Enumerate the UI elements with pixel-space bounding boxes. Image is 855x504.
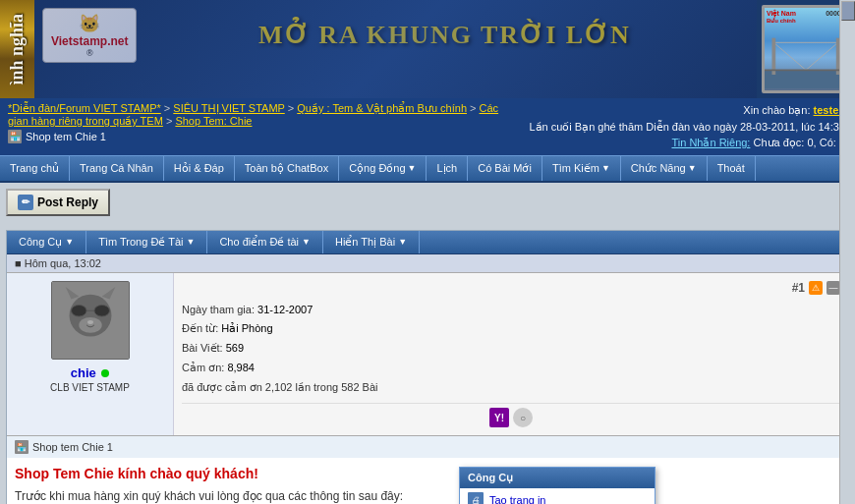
chevron-down-icon-7: ▼ [398,237,407,247]
dropdown-item-tao-trang[interactable]: 🖨 Tao trang in [460,488,655,505]
skype-icon[interactable]: ○ [513,408,533,427]
info-bar: *Diễn đàn/Forum VIET STAMP* > SIÊU THỊ V… [0,98,855,155]
chevron-down-icon: ▼ [408,163,417,173]
breadcrumb: *Diễn đàn/Forum VIET STAMP* > SIÊU THỊ V… [8,102,511,128]
stamp-decoration: Việt Nam Bưu chính 0000đ [762,5,850,93]
svg-point-12 [79,317,101,333]
post-text-area: Shop Tem Chie kính chào quý khách! Trước… [7,458,848,504]
scrollbar-vertical[interactable] [839,0,855,504]
tool-tim-trong-label: Tìm Trong Đề Tài [98,236,183,249]
shop-section-label: Shop tem Chie 1 [32,441,113,453]
nav-lich[interactable]: Lịch [427,156,468,181]
chevron-down-icon-5: ▼ [186,237,195,247]
tool-hien-thi[interactable]: Hiển Thị Bài ▼ [323,231,420,253]
greeting-label: Xin chào bạn: [743,104,810,116]
reply-icon: ✏ [18,195,33,210]
cam-on-count: 8,984 [227,362,255,373]
join-date: 31-12-2007 [257,304,313,315]
nav-tim-kiem-label: Tìm Kiếm [552,162,599,175]
left-deco-text: ình nghĩa [7,14,28,85]
post-meta: #1 ⚠ — [182,281,840,295]
cam-on-row: Cảm ơn: 8,984 [182,359,840,378]
user-avatar [51,281,130,360]
stamp-country: Việt Nam Bưu chính [767,10,796,24]
post-title: Shop Tem Chie kính chào quý khách! [15,466,840,481]
chevron-down-icon-3: ▼ [688,163,697,173]
post-number: #1 [792,281,805,295]
cam-on-detail-row: đã được cảm ơn 2,102 lần trong 582 Bài [182,378,840,398]
post-reply-label: Post Reply [37,196,98,209]
cong-cu-dropdown: Công Cụ 🖨 Tao trang in ✉ Gửi Trang này q… [459,467,656,505]
nav-cong-dong-label: Cộng Đồng [349,162,405,175]
yahoo-icon[interactable]: Y! [489,408,509,427]
scrollbar-up-button[interactable] [841,1,855,21]
shop-current-label: Shop tem Chie 1 [26,131,106,142]
shop-icon: 🏪 [8,130,22,143]
main-content: ✏ Post Reply Công Cụ ▼ Tìm Trong Đề Tài … [0,183,855,505]
nav-tim-kiem[interactable]: Tìm Kiếm ▼ [542,156,621,181]
breadcrumb-quay[interactable]: Quầy : Tem & Vật phẩm Bưu chính [297,102,467,114]
post-date: Hôm qua, 13:02 [25,257,101,269]
svg-rect-0 [765,70,847,88]
hom-qua-icon: ■ [15,257,22,269]
breadcrumb-shop[interactable]: Shop Tem: Chie [175,115,252,127]
thread-container: Công Cụ ▼ Tìm Trong Đề Tài ▼ Cho điểm Đề… [6,230,849,505]
post-user-panel: chie CLB VIET STAMP [7,273,174,436]
dropdown-tao-trang-label: Tao trang in [489,494,545,505]
tool-cong-cu[interactable]: Công Cụ ▼ [7,231,86,253]
print-icon: 🖨 [468,492,484,505]
greeting-text: Xin chào bạn: tester. [529,102,845,119]
breadcrumb-sieu-thi[interactable]: SIÊU THỊ VIET STAMP [173,102,284,114]
svg-line-2 [806,42,838,70]
pm-count: Chưa đọc: 0, Có: 0 [754,137,846,148]
nav-hoi-dap[interactable]: Hỏi & Đáp [164,156,235,181]
thread-tools-bar: Công Cụ ▼ Tìm Trong Đề Tài ▼ Cho điểm Đề… [7,231,848,254]
left-decoration: ình nghĩa [0,0,34,98]
breadcrumb-home[interactable]: *Diễn đàn/Forum VIET STAMP* [8,102,161,114]
nav-chat[interactable]: Toàn bộ ChatBox [235,156,339,181]
user-group: CLB VIET STAMP [15,382,165,393]
post-reply-area: ✏ Post Reply [6,189,849,224]
social-icons: Y! ○ [182,408,840,427]
shop-section: 🏪 Shop tem Chie 1 [7,435,848,458]
nav-thoat[interactable]: Thoát [708,156,756,181]
last-visit: Lần cuối Bạn ghé thăm Diễn đàn vào ngày … [529,119,845,136]
navigation-bar: Trang chủ Trang Cá Nhân Hỏi & Đáp Toàn b… [0,155,855,183]
tool-cho-diem-label: Cho điểm Đề tài [219,236,299,249]
warn-icon[interactable]: ⚠ [809,281,823,295]
username-row: chie [15,365,165,380]
tool-cho-diem[interactable]: Cho điểm Đề tài ▼ [207,231,323,253]
username-link[interactable]: chie [71,365,96,380]
nav-chuc-nang[interactable]: Chức Năng ▼ [621,156,708,181]
chevron-down-icon-2: ▼ [601,163,610,173]
chevron-down-icon-4: ▼ [65,237,74,247]
tool-tim-trong[interactable]: Tìm Trong Đề Tài ▼ [86,231,207,253]
post-text-1: Trước khi mua hàng xin quý khách vui lòn… [15,487,840,504]
pm-link[interactable]: Tin Nhắn Riêng: [671,137,750,148]
svg-line-1 [773,42,806,70]
online-status-icon [101,369,109,377]
breadcrumb-section: *Diễn đàn/Forum VIET STAMP* > SIÊU THỊ V… [0,98,519,147]
posts-row: Bài Viết: 569 [182,339,840,359]
edit-icon[interactable]: — [826,281,840,295]
nav-bai-moi[interactable]: Có Bài Mới [468,156,542,181]
post-date-row: ■ Hôm qua, 13:02 [7,254,848,273]
join-date-row: Ngày tham gia: 31-12-2007 [182,301,840,320]
svg-point-10 [93,305,109,316]
post-body: chie CLB VIET STAMP #1 ⚠ — Ngày tham gia… [7,273,848,436]
nav-trang-ca-nhan[interactable]: Trang Cá Nhân [70,156,164,181]
nav-cong-dong[interactable]: Cộng Đồng ▼ [339,156,427,181]
greeting-area: Xin chào bạn: tester. Lần cuối Bạn ghé t… [519,98,855,155]
shop-section-icon: 🏪 [15,440,28,454]
location-row: Đến từ: Hải Phòng [182,319,840,339]
post-content-panel: #1 ⚠ — Ngày tham gia: 31-12-2007 Đến từ:… [174,273,848,436]
nav-chuc-nang-label: Chức Năng [631,162,686,175]
user-stats: Ngày tham gia: 31-12-2007 Đến từ: Hải Ph… [182,301,840,405]
svg-point-15 [87,320,93,324]
nav-trang-chu[interactable]: Trang chủ [0,156,70,181]
post-reply-button[interactable]: ✏ Post Reply [6,189,110,216]
tool-cong-cu-label: Công Cụ [19,236,62,249]
header: ình nghĩa 🐱 Vietstamp.net ® MỞ RA KHUNG … [0,0,855,98]
location: Hải Phòng [221,322,272,334]
posts-count: 569 [226,342,244,354]
